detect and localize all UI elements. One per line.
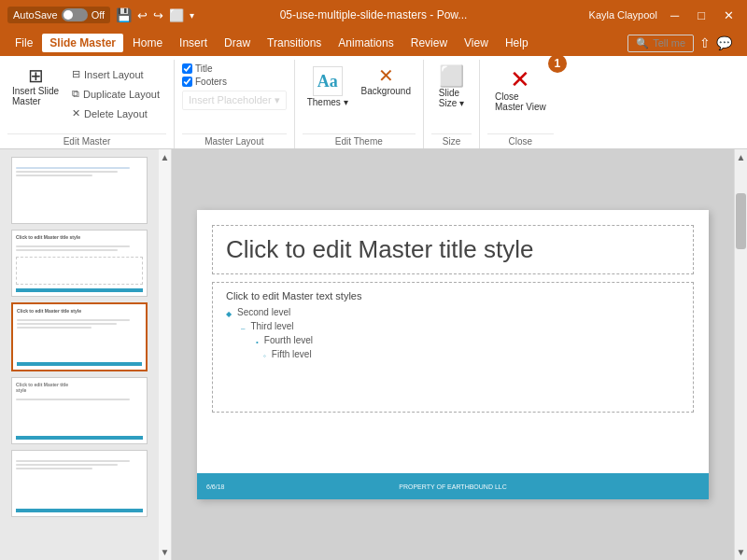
insert-slide-master-button[interactable]: ⊞ Insert SlideMaster	[7, 63, 63, 109]
insert-layout-icon: ⊟	[72, 68, 80, 80]
right-scroll-down[interactable]: ▼	[735, 544, 747, 560]
redo-icon[interactable]: ↪	[153, 8, 163, 22]
edit-master-label: Edit Master	[7, 133, 166, 147]
slide-content-title: Click to edit Master text styles	[226, 290, 680, 301]
edit-theme-label: Edit Theme	[303, 133, 416, 147]
bullet-text-3: Fourth level	[264, 335, 313, 345]
delete-layout-button[interactable]: ✕ Delete Layout	[65, 105, 166, 122]
title-bar-user: Kayla Claypool	[589, 9, 657, 21]
ribbon-group-size: ⬜ SlideSize ▾ Size	[424, 60, 480, 148]
bullet-second: ◆ Second level	[226, 307, 680, 318]
background-label: Background	[361, 86, 411, 96]
menu-home[interactable]: Home	[125, 34, 170, 52]
autosave-toggle[interactable]	[62, 8, 88, 21]
delete-icon: ✕	[72, 107, 80, 119]
autosave-label: AutoSave	[13, 9, 58, 21]
maximize-button[interactable]: □	[692, 7, 711, 24]
menu-transitions[interactable]: Transitions	[260, 34, 329, 52]
slide-thumb-3[interactable]: Click to edit Master title style	[11, 302, 148, 371]
callout-badge: 1	[548, 54, 567, 73]
slide-size-button[interactable]: ⬜ SlideSize ▾	[432, 63, 470, 111]
master-layout-label: Master Layout	[182, 133, 287, 147]
comment-icon[interactable]: 💬	[716, 35, 732, 50]
slide-content-area[interactable]: Click to edit Master text styles ◆ Secon…	[212, 282, 694, 413]
bullet-fourth: • Fourth level	[256, 335, 680, 346]
canvas-area: Click to edit Master title style Click t…	[172, 149, 734, 560]
scroll-up-arrow[interactable]: ▲	[159, 149, 171, 165]
slide-thumb-5[interactable]	[11, 450, 148, 517]
bullet-dot-1: ◆	[226, 310, 232, 318]
bullet-dot-2: –	[241, 324, 245, 332]
menu-insert[interactable]: Insert	[172, 34, 215, 52]
slide-thumb-inner-1	[12, 158, 147, 223]
menu-slide-master[interactable]: Slide Master	[42, 34, 123, 52]
slide-panel: Click to edit Master title style 3	[0, 149, 159, 560]
scroll-down-arrow[interactable]: ▼	[159, 544, 171, 560]
menu-help[interactable]: Help	[498, 34, 536, 52]
menu-review[interactable]: Review	[403, 34, 455, 52]
undo-icon[interactable]: ↩	[137, 8, 148, 22]
menu-draw[interactable]: Draw	[217, 34, 258, 52]
save-icon[interactable]: 💾	[116, 7, 132, 22]
close-master-label: CloseMaster View	[495, 91, 546, 112]
dropdown-icon[interactable]: ▾	[190, 10, 194, 21]
menu-bar: File Slide Master Home Insert Draw Trans…	[0, 30, 747, 56]
bullet-dot-3: •	[256, 338, 259, 346]
title-bar-left: AutoSave Off 💾 ↩ ↪ ⬜ ▾	[7, 7, 194, 23]
bullet-text-1: Second level	[237, 307, 290, 317]
tell-me-search[interactable]: 🔍 Tell me	[627, 35, 694, 52]
menu-animations[interactable]: Animations	[331, 34, 401, 52]
footer-left: 6/6/18	[206, 483, 371, 490]
themes-label: Themes ▾	[307, 97, 348, 107]
slide-thumb-wrapper-5	[4, 450, 155, 517]
close-master-view-button[interactable]: ✕ CloseMaster View	[487, 63, 554, 116]
insert-slide-master-icon: ⊞	[28, 66, 44, 85]
bullet-third: – Third level	[241, 321, 680, 332]
delete-label: Delete Layout	[84, 108, 148, 119]
title-bar-right: Kayla Claypool ─ □ ✕	[589, 7, 740, 24]
right-scroll-thumb[interactable]	[736, 193, 746, 249]
menu-file[interactable]: File	[7, 34, 40, 52]
insert-slide-master-label: Insert SlideMaster	[12, 86, 59, 106]
insert-layout-button[interactable]: ⊟ Insert Layout	[65, 65, 166, 83]
title-bar-filename: 05-use-multiple-slide-masters - Pow...	[280, 8, 468, 21]
slide-thumb-1[interactable]	[11, 157, 148, 224]
edit-theme-buttons: Aa Themes ▾ ✕ Background	[303, 63, 416, 132]
share-icon[interactable]: ⇧	[699, 35, 711, 50]
window-close-button[interactable]: ✕	[718, 7, 740, 24]
right-scroll-track	[735, 165, 747, 544]
bullet-fifth: ◦ Fifth level	[263, 349, 680, 360]
background-button[interactable]: ✕ Background	[357, 63, 416, 99]
insert-placeholder-button[interactable]: Insert Placeholder ▾	[182, 91, 287, 110]
present-icon[interactable]: ⬜	[169, 8, 184, 22]
right-scrollbar: ▲ ▼	[734, 149, 747, 560]
slide-thumb-wrapper-3: 3 Click to edit Master title style	[4, 302, 155, 371]
size-label: Size	[431, 133, 472, 147]
ribbon-group-master-layout: Title Footers Insert Placeholder ▾ Maste…	[175, 60, 295, 148]
footers-checkbox-label[interactable]: Footers	[182, 77, 227, 87]
slide-thumb-wrapper-1	[4, 157, 155, 224]
slide-canvas: Click to edit Master title style Click t…	[197, 210, 709, 499]
slide-thumb-4[interactable]: Click to edit Master titlestyle	[11, 377, 148, 444]
duplicate-icon: ⧉	[72, 88, 79, 100]
minimize-button[interactable]: ─	[665, 7, 684, 24]
edit-master-buttons: ⊞ Insert SlideMaster ⊟ Insert Layout ⧉ D…	[7, 63, 166, 132]
title-checkbox-label[interactable]: Title	[182, 63, 227, 74]
title-checkbox[interactable]	[182, 63, 192, 74]
slide-footer: 6/6/18 PROPERTY OF EARTHBOUND LLC	[197, 473, 709, 499]
menu-view[interactable]: View	[457, 34, 496, 52]
panel-scrollbar: ▲ ▼	[159, 149, 172, 560]
ribbon-right: 🔍 Tell me ⇧ 💬	[627, 35, 740, 52]
slide-thumb-2[interactable]: Click to edit Master title style	[11, 230, 148, 297]
duplicate-layout-button[interactable]: ⧉ Duplicate Layout	[65, 85, 166, 103]
themes-button[interactable]: Aa Themes ▾	[303, 63, 353, 110]
slide-thumb-wrapper-2: Click to edit Master title style	[4, 230, 155, 297]
bullet-text-4: Fifth level	[272, 349, 312, 359]
autosave-state: Off	[92, 9, 105, 21]
slide-title-area[interactable]: Click to edit Master title style	[212, 225, 694, 274]
footers-checkbox[interactable]	[182, 77, 192, 87]
main-area: Click to edit Master title style 3	[0, 149, 747, 560]
duplicate-label: Duplicate Layout	[83, 89, 160, 100]
ribbon: ⊞ Insert SlideMaster ⊟ Insert Layout ⧉ D…	[0, 56, 747, 149]
right-scroll-up[interactable]: ▲	[735, 149, 747, 165]
